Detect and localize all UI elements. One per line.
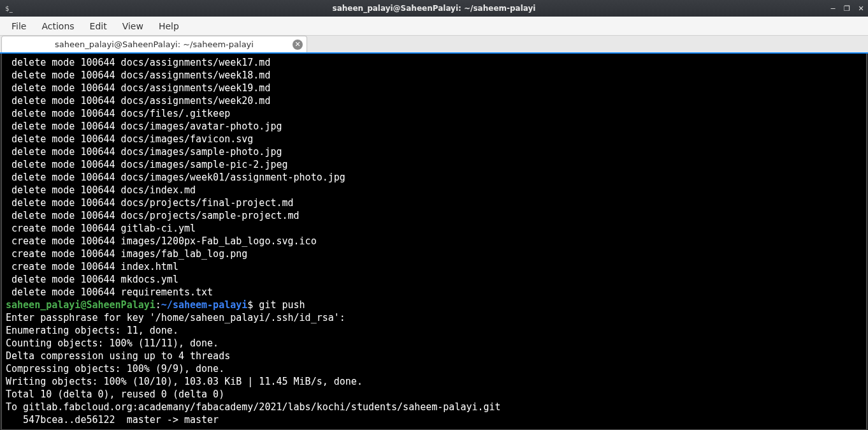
menu-view[interactable]: View bbox=[115, 19, 151, 34]
titlebar: $_ saheen_palayi@SaheenPalayi: ~/saheem-… bbox=[0, 0, 868, 17]
git-status-line: delete mode 100644 docs/index.md bbox=[6, 184, 862, 196]
git-status-line: delete mode 100644 docs/projects/final-p… bbox=[6, 196, 862, 209]
close-icon: ✕ bbox=[294, 40, 300, 48]
git-status-line: create mode 100644 gitlab-ci.yml bbox=[6, 222, 862, 235]
menu-help[interactable]: Help bbox=[151, 19, 187, 34]
git-status-line: delete mode 100644 docs/assignments/week… bbox=[6, 94, 862, 107]
terminal-icon: $_ bbox=[4, 3, 14, 13]
git-push-output-line: Writing objects: 100% (10/10), 103.03 Ki… bbox=[6, 375, 862, 388]
terminal-tab[interactable]: saheen_palayi@SaheenPalayi: ~/saheem-pal… bbox=[1, 36, 307, 52]
prompt-separator: : bbox=[156, 299, 161, 311]
menubar: File Actions Edit View Help bbox=[0, 17, 868, 36]
git-status-line: delete mode 100644 docs/projects/sample-… bbox=[6, 209, 862, 222]
git-status-line: create mode 100644 images/1200px-Fab_Lab… bbox=[6, 235, 862, 248]
git-status-line: delete mode 100644 docs/images/sample-pi… bbox=[6, 158, 862, 171]
tab-title: saheen_palayi@SaheenPalayi: ~/saheem-pal… bbox=[55, 40, 254, 49]
prompt-dollar: $ bbox=[247, 299, 253, 311]
git-status-line: delete mode 100644 requirements.txt bbox=[6, 286, 862, 299]
git-push-output-line: 547bcea..de56122 master -> master bbox=[6, 413, 862, 426]
git-status-line: delete mode 100644 docs/images/favicon.s… bbox=[6, 133, 862, 145]
git-push-output-line: To gitlab.fabcloud.org:academany/fabacad… bbox=[6, 401, 862, 413]
command-text: git push bbox=[253, 299, 305, 311]
minimize-button[interactable]: − bbox=[828, 4, 837, 13]
git-push-output-line: Total 10 (delta 0), reused 0 (delta 0) bbox=[6, 388, 862, 401]
menu-edit[interactable]: Edit bbox=[82, 19, 115, 34]
git-status-line: create mode 100644 images/fab_lab_log.pn… bbox=[6, 248, 862, 260]
tab-close-button[interactable]: ✕ bbox=[293, 40, 303, 50]
git-status-line: delete mode 100644 docs/images/week01/as… bbox=[6, 171, 862, 184]
git-push-output-line: Enumerating objects: 11, done. bbox=[6, 324, 862, 337]
git-status-line: delete mode 100644 docs/assignments/week… bbox=[6, 82, 862, 94]
git-status-line: create mode 100644 index.html bbox=[6, 260, 862, 273]
close-button[interactable]: ✕ bbox=[857, 4, 865, 13]
git-push-output-line: Enter passphrase for key '/home/saheen_p… bbox=[6, 311, 862, 324]
git-status-line: delete mode 100644 docs/images/sample-ph… bbox=[6, 145, 862, 158]
window-title: saheen_palayi@SaheenPalayi: ~/saheem-pal… bbox=[333, 4, 536, 13]
git-push-output-line: Compressing objects: 100% (9/9), done. bbox=[6, 362, 862, 375]
tabbar: saheen_palayi@SaheenPalayi: ~/saheem-pal… bbox=[0, 36, 868, 54]
git-status-line: delete mode 100644 docs/files/.gitkeep bbox=[6, 107, 862, 120]
git-status-line: delete mode 100644 mkdocs.yml bbox=[6, 273, 862, 286]
git-push-output-line: Delta compression using up to 4 threads bbox=[6, 350, 862, 362]
prompt-path: ~/saheem-palayi bbox=[161, 299, 247, 311]
git-status-line: delete mode 100644 docs/assignments/week… bbox=[6, 56, 862, 69]
window-controls: − ❐ ✕ bbox=[828, 4, 865, 13]
git-status-line: delete mode 100644 docs/assignments/week… bbox=[6, 69, 862, 82]
git-status-line: delete mode 100644 docs/images/avatar-ph… bbox=[6, 120, 862, 133]
menu-actions[interactable]: Actions bbox=[34, 19, 82, 34]
prompt-user: saheen_palayi@SaheenPalayi bbox=[6, 299, 156, 311]
git-push-output-line: Counting objects: 100% (11/11), done. bbox=[6, 337, 862, 350]
menu-file[interactable]: File bbox=[4, 19, 34, 34]
prompt-line: saheen_palayi@SaheenPalayi:~/saheem-pala… bbox=[6, 299, 862, 311]
terminal-output[interactable]: delete mode 100644 docs/assignments/week… bbox=[1, 54, 867, 430]
maximize-button[interactable]: ❐ bbox=[843, 4, 851, 13]
